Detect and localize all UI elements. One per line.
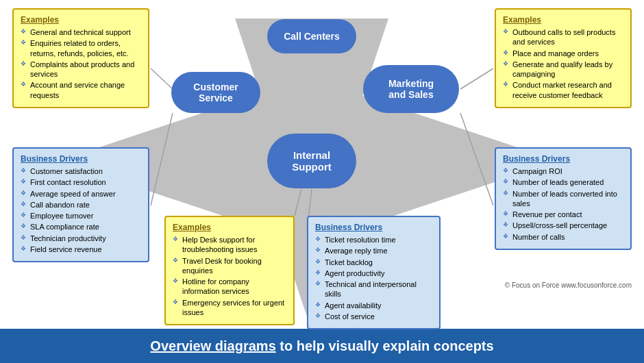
svg-line-9	[151, 113, 173, 205]
call-centers-node: Call Centers	[267, 19, 356, 53]
drivers-left-box: Business Drivers Customer satisfaction F…	[12, 147, 149, 262]
customer-service-label: CustomerService	[193, 82, 238, 103]
drivers-left-title: Business Drivers	[21, 154, 141, 164]
list-item: SLA compliance rate	[21, 222, 141, 231]
list-item: Average reply time	[315, 246, 432, 255]
drivers-right-box: Business Drivers Campaign ROI Number of …	[495, 147, 632, 250]
footer-text: Overview diagrams to help visually expla…	[150, 338, 493, 354]
list-item: Ticket resolution time	[315, 235, 432, 245]
marketing-sales-node: Marketingand Sales	[363, 65, 459, 113]
list-item: Agent availability	[315, 301, 432, 310]
svg-line-12	[295, 189, 301, 216]
examples-left-title: Examples	[21, 15, 141, 25]
list-item: Call abandon rate	[21, 200, 141, 210]
list-item: Cost of service	[315, 312, 432, 321]
list-item: Account and service change requests	[21, 80, 141, 100]
list-item: Hotline for company information services	[173, 277, 286, 297]
list-item: Generate and qualify leads by campaignin…	[503, 60, 623, 79]
svg-line-10	[460, 68, 493, 89]
list-item: Complaints about products and services	[21, 60, 141, 79]
list-item: Upsell/cross-sell percentage	[503, 221, 623, 230]
examples-right-title: Examples	[503, 15, 623, 25]
drivers-bottom-title: Business Drivers	[315, 223, 432, 232]
copyright-text: © Focus on Force www.focusonforce.com	[505, 281, 632, 289]
svg-line-11	[460, 113, 493, 205]
list-item: Outbound calls to sell products and serv…	[503, 27, 623, 47]
call-centers-label: Call Centers	[284, 31, 340, 42]
list-item: General and technical support	[21, 27, 141, 37]
list-item: Campaign ROI	[503, 166, 623, 176]
list-item: Number of calls	[503, 232, 623, 242]
svg-line-8	[151, 68, 173, 89]
list-item: Conduct market research and receive cust…	[503, 80, 623, 100]
drivers-bottom-box: Business Drivers Ticket resolution time …	[307, 216, 441, 329]
list-item: Ticket backlog	[315, 258, 432, 267]
list-item: Travel Desk for booking enquiries	[173, 256, 286, 276]
diagram-area: Call Centers CustomerService Marketingan…	[0, 0, 644, 329]
list-item: Employee turnover	[21, 211, 141, 221]
drivers-right-title: Business Drivers	[503, 154, 623, 164]
list-item: Technical and interpersonal skills	[315, 279, 432, 299]
list-item: Emergency services for urgent issues	[173, 298, 286, 318]
footer-bar: Overview diagrams to help visually expla…	[0, 329, 644, 363]
drivers-bottom-list: Ticket resolution time Average reply tim…	[315, 235, 432, 321]
list-item: Revenue per contact	[503, 210, 623, 219]
internal-support-label: InternalSupport	[292, 149, 332, 173]
drivers-left-list: Customer satisfaction First contact reso…	[21, 166, 141, 254]
examples-left-list: General and technical support Enquiries …	[21, 27, 141, 100]
footer-plain: to help visually explain concepts	[276, 338, 494, 353]
list-item: First contact resolution	[21, 177, 141, 187]
examples-left-box: Examples General and technical support E…	[12, 8, 149, 108]
list-item: Agent productivity	[315, 268, 432, 278]
customer-service-node: CustomerService	[171, 72, 260, 113]
examples-bottom-box: Examples Help Desk support for troublesh…	[164, 216, 295, 325]
list-item: Enquiries related to orders, returns, re…	[21, 38, 141, 58]
examples-bottom-title: Examples	[173, 223, 286, 232]
footer-underlined: Overview diagrams	[150, 338, 275, 353]
list-item: Help Desk support for troubleshooting is…	[173, 235, 286, 255]
marketing-sales-label: Marketingand Sales	[388, 78, 434, 100]
examples-right-list: Outbound calls to sell products and serv…	[503, 27, 623, 100]
internal-support-node: InternalSupport	[267, 134, 356, 188]
list-item: Place and manage orders	[503, 49, 623, 58]
list-item: Customer satisfaction	[21, 166, 141, 176]
list-item: Average speed of answer	[21, 189, 141, 199]
list-item: Number of leads converted into sales	[503, 189, 623, 209]
list-item: Number of leads generated	[503, 177, 623, 187]
list-item: Technician productivity	[21, 234, 141, 243]
drivers-right-list: Campaign ROI Number of leads generated N…	[503, 166, 623, 242]
list-item: Field service revenue	[21, 245, 141, 254]
examples-bottom-list: Help Desk support for troubleshooting is…	[173, 235, 286, 317]
examples-right-box: Examples Outbound calls to sell products…	[495, 8, 632, 108]
